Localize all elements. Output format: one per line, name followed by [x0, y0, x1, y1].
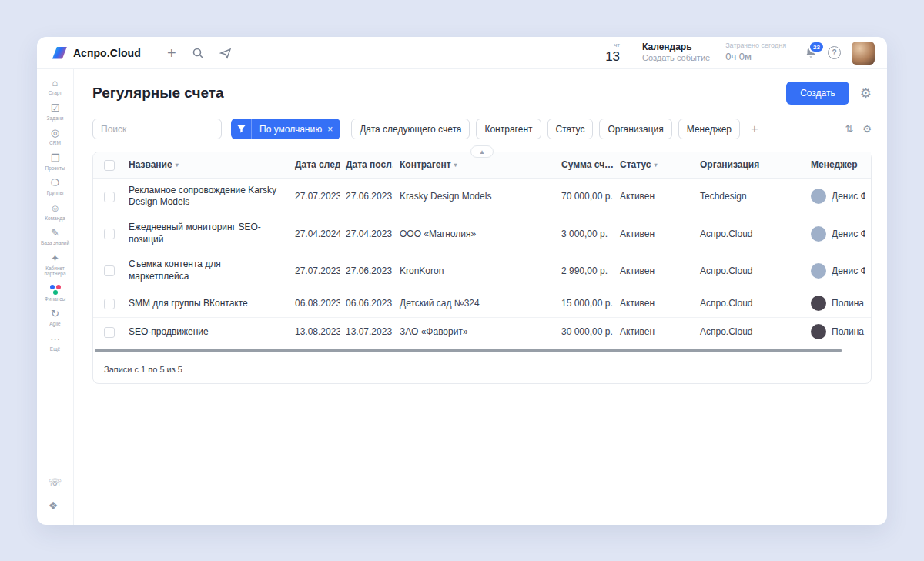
invoice-sum: 70 000,00 р.	[555, 178, 614, 215]
manager-name[interactable]: Полина Гирич	[832, 326, 865, 337]
contragent[interactable]: ООО «Магнолия»	[393, 215, 555, 252]
invoice-sum: 15 000,00 р.	[555, 289, 614, 318]
sidebar-item-partner-cabinet[interactable]: ✦ Кабинет партнера	[37, 249, 73, 280]
time-tracker[interactable]: Затрачено сегодня 0ч 0м	[725, 42, 786, 64]
notifications-button[interactable]: 23	[805, 46, 817, 59]
page-settings-gear-icon[interactable]: ⚙	[860, 87, 872, 100]
next-date: 27.04.2024	[289, 215, 340, 252]
manager-name[interactable]: Денис Федоров	[832, 191, 865, 202]
sidebar-item-more[interactable]: ⋯ Ещё	[37, 330, 73, 356]
invoice-sum: 3 000,00 р.	[555, 215, 614, 252]
organization: Techdesign	[694, 178, 805, 215]
filter-chip-contragent[interactable]: Контрагент	[476, 119, 541, 139]
invoice-name[interactable]: SMM для группы ВКонтакте	[122, 289, 289, 318]
filter-chip-next-date[interactable]: Дата следующего счета	[351, 119, 470, 139]
last-date: 27.06.2023	[340, 178, 393, 215]
column-header-status[interactable]: Статус▾	[614, 152, 694, 178]
select-all-checkbox[interactable]	[104, 160, 115, 171]
crm-icon: ◎	[51, 128, 59, 139]
funnel-icon[interactable]	[231, 119, 252, 139]
sidebar-item-projects[interactable]: ❐ Проекты	[37, 149, 73, 175]
table-settings-gear-icon[interactable]: ⚙	[862, 124, 872, 134]
table-row[interactable]: Рекламное сопровождение Karsky Design Mo…	[93, 178, 871, 215]
sidebar-item-agile[interactable]: ↻ Agile	[37, 305, 73, 330]
manager-avatar	[811, 226, 826, 242]
column-header-organization[interactable]: Организация	[694, 152, 805, 178]
table-row[interactable]: SEO-продвижение 13.08.2023 13.07.2023 ЗА…	[93, 318, 871, 346]
contragent[interactable]: KronKoron	[393, 252, 555, 289]
contragent[interactable]: Детский сад №324	[393, 289, 555, 318]
sidebar-item-finance[interactable]: Финансы	[37, 280, 73, 306]
invoices-table: Название▾ Дата след… Дата посл… Контраге…	[93, 152, 871, 346]
manager-avatar	[811, 296, 826, 311]
row-checkbox[interactable]	[104, 299, 115, 309]
create-button[interactable]: Создать	[786, 82, 849, 105]
column-header-last-date[interactable]: Дата посл…	[340, 152, 393, 178]
add-filter-icon[interactable]: +	[751, 122, 758, 137]
column-header-sum[interactable]: Сумма сч…	[555, 152, 614, 178]
manager-avatar	[811, 189, 826, 204]
app-window: Аспро.Cloud + чт 13 Календарь Создать со…	[37, 37, 887, 525]
support-icon[interactable]: ☏	[49, 477, 62, 488]
row-checkbox[interactable]	[104, 327, 115, 338]
quick-add-icon[interactable]: +	[167, 45, 176, 61]
search-icon[interactable]	[192, 47, 204, 59]
invoice-status[interactable]: Активен	[614, 215, 694, 252]
invoice-name[interactable]: Ежедневный мониторинг SEO-позиций	[122, 215, 289, 252]
sidebar-item-groups[interactable]: ❍ Группы	[37, 174, 73, 199]
invoice-status[interactable]: Активен	[614, 289, 694, 318]
calendar-widget[interactable]: Календарь Создать событие	[642, 42, 710, 64]
row-checkbox[interactable]	[104, 265, 115, 276]
filter-chip-manager[interactable]: Менеджер	[678, 119, 740, 139]
sidebar-item-team[interactable]: ☺ Команда	[37, 199, 73, 225]
scrollbar-thumb[interactable]	[95, 349, 842, 352]
table-row[interactable]: Ежедневный мониторинг SEO-позиций 27.04.…	[93, 215, 871, 252]
main-content: Регулярные счета Создать ⚙ По умолчанию …	[74, 69, 887, 525]
invoice-name[interactable]: Съемка контента для маркетплейса	[122, 252, 289, 289]
column-header-next-date[interactable]: Дата след…	[289, 152, 340, 178]
sidebar-item-tasks[interactable]: ☑ Задачи	[37, 99, 73, 125]
day-number: 13	[605, 50, 620, 63]
invoice-name[interactable]: Рекламное сопровождение Karsky Design Mo…	[122, 178, 289, 215]
clear-preset-icon[interactable]: ×	[327, 124, 333, 135]
row-checkbox[interactable]	[104, 192, 115, 202]
organization: Аспро.Cloud	[694, 252, 805, 289]
sidebar-item-crm[interactable]: ◎ CRM	[37, 124, 73, 149]
divider	[631, 42, 631, 65]
invoice-name[interactable]: SEO-продвижение	[122, 318, 289, 346]
knowledge-base-icon: ✎	[51, 228, 59, 239]
column-header-manager[interactable]: Менеджер	[805, 152, 871, 178]
next-date: 27.07.2023	[289, 252, 340, 289]
table-row[interactable]: SMM для группы ВКонтакте 06.08.2023 06.0…	[93, 289, 871, 318]
sidebar-item-start[interactable]: ⌂ Старт	[37, 74, 73, 99]
preset-label: По умолчанию	[259, 124, 322, 135]
user-avatar[interactable]	[852, 42, 875, 65]
filter-chip-status[interactable]: Статус	[547, 119, 594, 139]
row-checkbox[interactable]	[104, 229, 115, 239]
invoice-status[interactable]: Активен	[614, 178, 694, 215]
create-event-link[interactable]: Создать событие	[642, 53, 710, 64]
manager-name[interactable]: Полина Гирич	[832, 298, 865, 309]
collapse-panel-button[interactable]: ▲	[470, 145, 494, 158]
column-header-name[interactable]: Название▾	[122, 152, 289, 178]
filter-preset-button[interactable]: По умолчанию ×	[231, 119, 340, 139]
manager-name[interactable]: Денис Федоров	[832, 229, 865, 239]
contragent[interactable]: Krasky Design Models	[393, 178, 555, 215]
apps-icon[interactable]: ❖	[49, 500, 62, 511]
send-idea-icon[interactable]	[219, 47, 232, 59]
today-date[interactable]: чт 13	[605, 42, 620, 63]
manager-name[interactable]: Денис Федоров	[832, 265, 865, 276]
last-date: 06.06.2023	[340, 289, 393, 318]
invoice-sum: 30 000,00 р.	[555, 318, 614, 346]
invoice-status[interactable]: Активен	[614, 318, 694, 346]
collapse-rows-icon[interactable]: ⇅	[845, 124, 853, 134]
contragent[interactable]: ЗАО «Фаворит»	[393, 318, 555, 346]
filter-chip-organization[interactable]: Организация	[599, 119, 671, 139]
table-row[interactable]: Съемка контента для маркетплейса 27.07.2…	[93, 252, 871, 289]
sidebar-item-knowledge-base[interactable]: ✎ База знаний	[37, 224, 73, 249]
calendar-title: Календарь	[642, 42, 710, 53]
search-input[interactable]	[92, 119, 222, 139]
invoice-status[interactable]: Активен	[614, 252, 694, 289]
help-icon[interactable]: ?	[828, 46, 841, 59]
app-logo[interactable]: Аспро.Cloud	[52, 47, 141, 59]
